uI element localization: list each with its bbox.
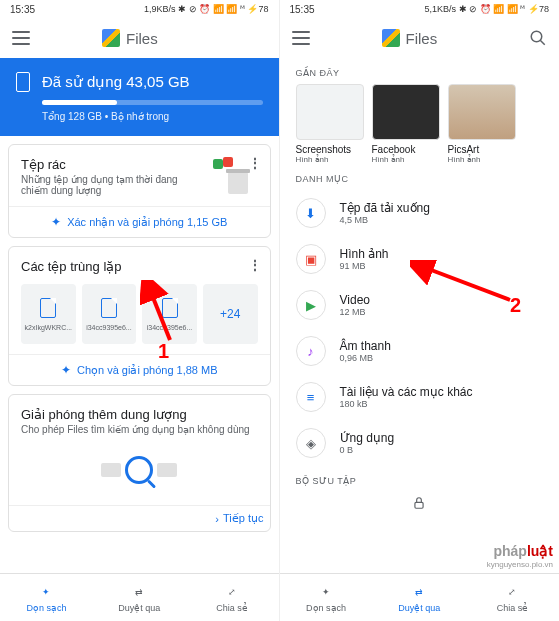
freeup-card: Giải phóng thêm dung lượng Cho phép File…: [8, 394, 271, 532]
status-speed: 5,1KB/s: [424, 4, 456, 14]
junk-subtitle: Những tệp ứng dụng tạm thời đang chiếm d…: [21, 174, 181, 196]
section-collections: BỘ SƯU TẬP: [280, 466, 560, 492]
share-icon: ⤢: [503, 583, 521, 601]
category-icon: ▶: [296, 290, 326, 320]
app-bar: Files: [0, 18, 279, 58]
category-icon: ≡: [296, 382, 326, 412]
share-icon: ⤢: [223, 583, 241, 601]
app-bar: Files: [280, 18, 560, 58]
category-name: Tệp đã tải xuống: [340, 201, 544, 215]
svg-line-5: [540, 40, 545, 45]
category-item[interactable]: ◈ Ứng dụng 0 B: [280, 420, 560, 466]
status-icons: ✱ ⊘ ⏰ 📶 📶 ᴹ ⚡78: [178, 4, 268, 14]
duplicates-button[interactable]: ✦ Chọn và giải phóng 1,88 MB: [9, 354, 270, 385]
storage-card[interactable]: Đã sử dụng 43,05 GB Tổng 128 GB • Bộ nhớ…: [0, 58, 279, 136]
menu-icon[interactable]: [292, 31, 310, 45]
freeup-subtitle: Cho phép Files tìm kiếm ứng dụng bạn khô…: [21, 424, 258, 435]
safe-folder[interactable]: [280, 492, 560, 514]
category-icon: ▣: [296, 244, 326, 274]
app-title: Files: [126, 30, 158, 47]
storage-total: Tổng 128 GB • Bộ nhớ trong: [42, 111, 263, 122]
category-size: 4,5 MB: [340, 215, 544, 225]
app-title: Files: [406, 30, 438, 47]
svg-line-10: [418, 265, 510, 300]
browse-icon: ⇄: [410, 583, 428, 601]
watermark: phápluật kynguyenso.plo.vn: [487, 543, 553, 569]
files-logo-icon: [382, 29, 400, 47]
file-icon: [101, 298, 117, 318]
recent-item[interactable]: Screenshots Hình ảnh: [296, 84, 364, 164]
status-time: 15:35: [290, 4, 315, 15]
app-logo: Files: [382, 29, 438, 47]
nav-share[interactable]: ⤢ Chia sẻ: [186, 574, 279, 621]
category-item[interactable]: ♪ Âm thanh 0,96 MB: [280, 328, 560, 374]
category-name: Tài liệu và các mục khác: [340, 385, 544, 399]
freeup-illustration: [21, 445, 258, 495]
annotation-label-1: 1: [158, 340, 169, 363]
section-recent: GẦN ĐÂY: [280, 58, 560, 84]
svg-rect-6: [415, 502, 423, 508]
status-bar: 15:35 5,1KB/s ✱ ⊘ ⏰ 📶 📶 ᴹ ⚡78: [280, 0, 560, 18]
recent-row: Screenshots Hình ảnh Facebook Hình ảnh P…: [280, 84, 560, 164]
app-logo: Files: [102, 29, 158, 47]
category-icon: ⬇: [296, 198, 326, 228]
clean-icon: ✦: [37, 583, 55, 601]
sparkle-icon: ✦: [51, 215, 61, 229]
magnify-icon: [125, 456, 153, 484]
category-item[interactable]: ⬇ Tệp đã tải xuống 4,5 MB: [280, 190, 560, 236]
clean-icon: ✦: [317, 583, 335, 601]
bottom-nav: ✦ Dọn sạch ⇄ Duyệt qua ⤢ Chia sẻ: [0, 573, 279, 621]
status-icons: ✱ ⊘ ⏰ 📶 📶 ᴹ ⚡78: [459, 4, 549, 14]
files-logo-icon: [102, 29, 120, 47]
continue-button[interactable]: ›Tiếp tục: [9, 505, 270, 531]
status-time: 15:35: [10, 4, 35, 15]
category-icon: ◈: [296, 428, 326, 458]
category-name: Ứng dụng: [340, 431, 544, 445]
file-icon: [40, 298, 56, 318]
menu-icon[interactable]: [12, 31, 30, 45]
junk-confirm-button[interactable]: ✦ Xác nhận và giải phóng 1,15 GB: [9, 206, 270, 237]
duplicates-title: Các tệp trùng lặp: [21, 259, 258, 274]
nav-browse[interactable]: ⇄ Duyệt qua: [373, 574, 466, 621]
section-categories: DANH MỤC: [280, 164, 560, 190]
lock-icon: [412, 496, 426, 510]
storage-progress: [42, 100, 263, 105]
recent-item[interactable]: PicsArt Hình ảnh: [448, 84, 516, 164]
svg-line-8: [148, 285, 170, 340]
svg-point-4: [531, 31, 542, 42]
nav-browse[interactable]: ⇄ Duyệt qua: [93, 574, 186, 621]
junk-card: ⋮ Tệp rác Những tệp ứng dụng tạm thời đa…: [8, 144, 271, 238]
svg-rect-1: [226, 169, 250, 173]
freeup-title: Giải phóng thêm dung lượng: [21, 407, 258, 422]
annotation-arrow-2: [410, 260, 520, 310]
svg-rect-0: [228, 172, 248, 194]
phone-icon: [16, 72, 30, 92]
search-icon[interactable]: [529, 29, 547, 47]
category-name: Hình ảnh: [340, 247, 544, 261]
svg-rect-2: [213, 159, 223, 169]
nav-clean[interactable]: ✦ Dọn sạch: [280, 574, 373, 621]
category-size: 0 B: [340, 445, 544, 455]
category-item[interactable]: ≡ Tài liệu và các mục khác 180 kB: [280, 374, 560, 420]
nav-clean[interactable]: ✦ Dọn sạch: [0, 574, 93, 621]
recent-thumb: [372, 84, 440, 140]
sparkle-icon: ✦: [61, 363, 71, 377]
annotation-label-2: 2: [510, 294, 521, 317]
category-size: 0,96 MB: [340, 353, 544, 363]
more-icon[interactable]: ⋮: [248, 257, 262, 273]
recent-item[interactable]: Facebook Hình ảnh: [372, 84, 440, 164]
nav-share[interactable]: ⤢ Chia sẻ: [466, 574, 559, 621]
dup-item[interactable]: i34cc9395e6...: [82, 284, 137, 344]
bottom-nav: ✦ Dọn sạch ⇄ Duyệt qua ⤢ Chia sẻ: [280, 573, 560, 621]
svg-rect-3: [223, 157, 233, 167]
category-name: Âm thanh: [340, 339, 544, 353]
status-bar: 15:35 1,9KB/s ✱ ⊘ ⏰ 📶 📶 ᴹ ⚡78: [0, 0, 279, 18]
browse-icon: ⇄: [130, 583, 148, 601]
storage-used: Đã sử dụng 43,05 GB: [42, 73, 190, 91]
category-size: 180 kB: [340, 399, 544, 409]
dup-item[interactable]: k2xIkgWKRC...: [21, 284, 76, 344]
status-speed: 1,9KB/s: [144, 4, 176, 14]
junk-illustration: [208, 157, 258, 197]
dup-more[interactable]: +24: [203, 284, 258, 344]
category-icon: ♪: [296, 336, 326, 366]
